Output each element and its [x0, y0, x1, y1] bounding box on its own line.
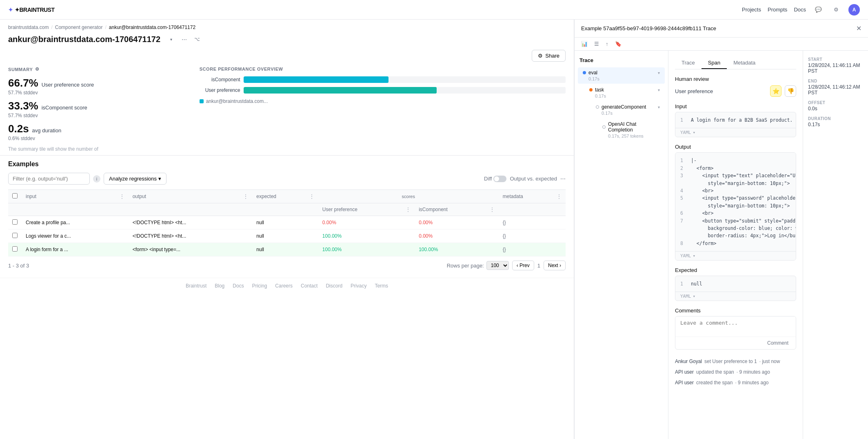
row1-input: Logs viewer for a c... — [22, 230, 129, 243]
input-line-text-1: A login form for a B2B SaaS product. — [691, 116, 793, 124]
row0-checkbox[interactable] — [12, 219, 18, 225]
filter-info-icon[interactable]: i — [93, 175, 100, 183]
output-code-content: 1 |- 2 <form> 3 <input type="text" place… — [675, 153, 796, 251]
list-icon[interactable]: ☰ — [594, 41, 599, 47]
row1-checkbox[interactable] — [12, 233, 18, 238]
prev-page-button[interactable]: ‹ Prev — [512, 261, 534, 270]
thumb-down-button[interactable]: 👎 — [785, 85, 796, 97]
footer-link-terms[interactable]: Terms — [375, 283, 388, 289]
dropdown-icon[interactable]: ▾ — [165, 33, 177, 45]
row1-expected: null — [252, 230, 318, 243]
footer-link-pricing[interactable]: Pricing — [252, 283, 267, 289]
activity-item-0: Ankur Goyal set User preference to 1 · j… — [675, 356, 796, 367]
input-code-block: 1 A login form for a B2B SaaS product. Y… — [675, 112, 796, 137]
th-output-actions[interactable]: ⋮ — [243, 194, 248, 199]
trace-sidebar: Trace eval ▾ 0.17s task — [575, 51, 668, 439]
row2-checkbox[interactable] — [12, 246, 18, 252]
tab-span[interactable]: Span — [702, 57, 727, 69]
trace-item-openai[interactable]: OpenAI Chat Completion 0.17s, 257 tokens — [597, 119, 665, 141]
footer-link-blog[interactable]: Blog — [215, 283, 224, 289]
summary-note: The summary tile will show the number of — [8, 146, 191, 152]
examples-title: Examples — [8, 160, 566, 168]
pagination-row: 1 - 3 of 3 Rows per page: 100 ‹ Prev 1 N… — [8, 256, 566, 274]
expected-code-block: 1 null YAML ▾ — [675, 276, 796, 301]
branch-icon[interactable]: ⌥ — [191, 33, 203, 45]
footer-link-contact[interactable]: Contact — [301, 283, 317, 289]
breadcrumb-item-0[interactable]: braintrustdata.com — [8, 25, 49, 30]
legend-dot-0 — [200, 99, 204, 103]
bar-container-1 — [244, 87, 566, 94]
tab-trace[interactable]: Trace — [675, 57, 702, 69]
row0-checkbox-cell — [8, 216, 22, 230]
tab-metadata[interactable]: Metadata — [727, 57, 762, 69]
thumb-up-button[interactable]: ⭐ — [770, 85, 781, 97]
close-button[interactable]: ✕ — [856, 25, 861, 32]
chart-icon[interactable]: 📊 — [581, 41, 588, 47]
topnav: ✦✦BRAINTRUST Projects Prompts Docs 💬 ⚙ A — [0, 0, 868, 20]
settings-icon[interactable]: ⚙ — [830, 4, 842, 16]
footer-link-careers[interactable]: Careers — [275, 283, 293, 289]
trace-item-task[interactable]: task ▾ 0.17s — [584, 85, 665, 101]
th-metadata-actions[interactable]: ⋮ — [557, 194, 562, 199]
page-controls: Rows per page: 100 ‹ Prev 1 Next › — [447, 261, 566, 270]
select-all-checkbox[interactable] — [12, 193, 18, 198]
metric-value-0: 66.7% — [8, 77, 38, 89]
th-user-pref-actions[interactable]: ⋮ — [406, 207, 411, 212]
footer-link-discord[interactable]: Discord — [326, 283, 342, 289]
input-label: Input — [675, 103, 796, 109]
breadcrumb-item-2: ankur@braintrustdata.com-1706471172 — [109, 25, 195, 30]
table-row: Create a profile pa... <!DOCTYPE html> <… — [8, 216, 566, 230]
comment-textarea[interactable] — [675, 316, 796, 335]
th-is-component-actions[interactable]: ⋮ — [490, 207, 495, 212]
comment-submit-button[interactable]: Comment — [763, 339, 793, 348]
breadcrumb-sep-1: / — [105, 25, 106, 30]
footer-link-braintrust[interactable]: Braintrust — [186, 283, 206, 289]
nav-prompts[interactable]: Prompts — [768, 7, 787, 13]
footer-link-privacy[interactable]: Privacy — [351, 283, 366, 289]
metric-label-0: User preference score — [42, 82, 94, 88]
bar-fill-0 — [244, 76, 388, 83]
row0-input: Create a profile pa... — [22, 216, 129, 230]
expected-code-content: 1 null — [675, 276, 796, 292]
summary-settings-icon[interactable]: ⚙ — [35, 67, 40, 72]
breadcrumb-item-1[interactable]: Component generator — [55, 25, 103, 30]
next-page-button[interactable]: Next › — [544, 261, 566, 270]
brand-logo[interactable]: ✦✦BRAINTRUST — [8, 7, 55, 13]
offset-value: 0.0s — [808, 106, 863, 111]
diff-toggle-track[interactable] — [493, 176, 506, 182]
metric-sub-2: 0.6% stddev — [8, 136, 191, 141]
th-input-actions[interactable]: ⋮ — [120, 194, 124, 199]
comment-footer-row: Comment — [675, 336, 796, 349]
row2-input: A login form for a ... — [22, 243, 129, 256]
share-button[interactable]: ⚙ Share — [532, 50, 566, 62]
filter-input[interactable] — [8, 173, 90, 185]
brand-area: ✦✦BRAINTRUST — [8, 7, 55, 13]
bar-label-0: isComponent — [200, 77, 240, 82]
title-actions: ▾ ⋯ ⌥ — [165, 33, 203, 45]
upload-icon[interactable]: ↑ — [606, 41, 608, 47]
right-panel-title: Example 57aa9f55-be97-4019-9698-2444c89f… — [581, 25, 716, 31]
footer-link-docs[interactable]: Docs — [233, 283, 244, 289]
trace-item-generate[interactable]: generateComponent ▾ 0.17s — [591, 102, 665, 118]
activity-item-1: API user updated the span · 9 minutes ag… — [675, 367, 796, 377]
user-avatar[interactable]: A — [848, 4, 860, 16]
table-more-icon[interactable]: ⋯ — [560, 176, 566, 182]
offset-label: OFFSET — [808, 100, 863, 105]
activity-action-2: created the span — [696, 379, 733, 386]
trace-expand-generate[interactable]: ▾ — [658, 105, 660, 109]
trace-expand-task[interactable]: ▾ — [658, 88, 660, 92]
trace-item-eval[interactable]: eval ▾ 0.17s — [578, 67, 665, 84]
th-expected-actions[interactable]: ⋮ — [309, 194, 314, 199]
output-vs-expected-label: Output vs. expected — [510, 176, 557, 182]
duration-label: DURATION — [808, 116, 863, 121]
nav-projects[interactable]: Projects — [742, 7, 761, 13]
chat-icon[interactable]: 💬 — [813, 4, 824, 16]
bookmark-icon[interactable]: 🔖 — [615, 41, 622, 47]
analyze-regressions-button[interactable]: Analyze regressions ▾ — [104, 173, 166, 185]
trace-name-openai: OpenAI Chat Completion — [608, 121, 660, 133]
more-options-icon[interactable]: ⋯ — [178, 33, 190, 45]
nav-docs[interactable]: Docs — [794, 7, 806, 13]
th-scores-group: scores — [318, 190, 499, 203]
trace-expand-eval[interactable]: ▾ — [658, 71, 660, 75]
rows-per-page-select[interactable]: 100 — [486, 261, 509, 270]
